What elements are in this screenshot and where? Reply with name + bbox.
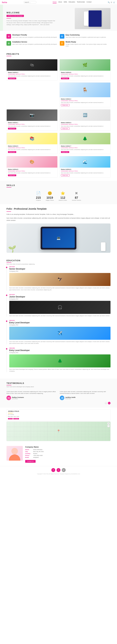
welcome-label: WELCOME <box>6 12 72 14</box>
feature-item-1: ⊞ Developer Friendly Sum more make sure … <box>6 34 57 38</box>
edu-role-2: Junior Developer <box>9 296 111 298</box>
project-info-6: Demo Article 7 CATEGORIES: ARTICLE TYPE … <box>60 144 110 154</box>
notebook-mockup <box>89 10 102 27</box>
feature-desc-2: Sum more make sure your template is opti… <box>66 36 106 38</box>
nav-link-education[interactable]: Education <box>69 1 75 4</box>
project-btn-3[interactable]: Read more <box>8 128 16 130</box>
nav-link-testimonials[interactable]: Testimonials <box>77 1 85 4</box>
contact-name: Company Name <box>25 446 111 448</box>
project-btn-4[interactable]: Read more <box>61 128 70 130</box>
project-btn-1[interactable]: Read more <box>8 78 16 79</box>
feature-text-4: Mobile Ready Google media requires and m… <box>66 41 111 47</box>
about-line <box>6 212 11 212</box>
hero-section: WELCOME HTML5 & CSS Developer Folio is a… <box>0 5 117 31</box>
edu-company-1: Company INC <box>9 270 111 272</box>
testimonial-navigation: < > <box>6 402 111 404</box>
edu-date-1: 2014-2019 <box>9 266 111 267</box>
map-tags: Joomla Template <box>8 418 109 420</box>
project-btn-chair[interactable]: Read more <box>61 104 70 106</box>
feature-icon-1: ⊞ <box>6 34 11 38</box>
edu-company-3: Company INC <box>9 324 111 326</box>
map-zoom-in[interactable]: + <box>108 422 110 424</box>
stat-icon-themes: ✖ <box>72 191 81 196</box>
edu-company-4: Company INC <box>9 352 111 354</box>
education-title: EDUCATION <box>6 259 111 262</box>
edu-img-2: 🎧 <box>9 301 111 314</box>
edu-item-2: 2012-2014 Junior Developer Company INC 🎧… <box>6 294 111 317</box>
laptop-screen: 💻 <box>42 228 75 248</box>
stat-label-projects: Projects <box>36 200 41 201</box>
footer-social: f t g+ <box>6 468 111 472</box>
nav-icon-2[interactable]: ☰ <box>111 2 112 3</box>
feature-text-1: Developer Friendly Sum more make sure yo… <box>12 34 57 38</box>
contact-image <box>6 446 23 460</box>
testimonial-nav-prev[interactable]: < <box>105 402 107 404</box>
author-date-1: 01.01.2022 <box>12 398 24 399</box>
project-title-3: Demo Article 1 <box>8 122 56 124</box>
project-desc-2: Sum more dolor sit amet, consectetuer ad… <box>61 75 109 77</box>
project-meta-2: CATEGORIES: ARTICLE TYPE 3 <box>61 74 109 75</box>
map-container: JOOMLA FOLIO ★★★★☆ 247 reviews Best Web,… <box>6 409 111 441</box>
map-grid <box>7 422 110 441</box>
feature-icon-2: ⚙ <box>60 34 64 38</box>
footer: f t g+ Copyright © 2019 Folio All Rights… <box>0 466 117 476</box>
about-text1: Folio is an amazing template. Profession… <box>6 213 111 216</box>
testimonial-nav-next[interactable]: > <box>108 402 111 404</box>
person-illustration <box>8 446 21 460</box>
edu-date-4: 2006-2009 <box>9 348 111 349</box>
social-facebook[interactable]: f <box>51 468 55 472</box>
nav-link-skills[interactable]: Skills <box>64 1 67 4</box>
feature-item-2: ⚙ Easy Customizing Sum more make sure yo… <box>60 34 111 38</box>
edu-item-3: 2009-2012 Entry Level Developer Company … <box>6 320 111 344</box>
contact-email: Email: Info@INC <box>25 457 111 458</box>
stat-num-awards: 112 <box>59 196 67 200</box>
projects-section-line <box>6 56 11 56</box>
nav-icon-3[interactable]: 🛒 <box>113 2 115 3</box>
laptop-mockup: 💻 <box>41 227 76 250</box>
testimonial-author-1: RC Radiya Coomans 01.01.2022 <box>6 396 57 400</box>
project-btn-7[interactable]: Read more <box>8 174 16 176</box>
contact-value-phone: +333 4503 4335 <box>33 455 43 456</box>
project-btn-6[interactable]: Read more <box>61 151 69 153</box>
edu-date-3: 2009-2012 <box>9 320 111 321</box>
project-img-3: 📷 <box>7 110 57 121</box>
contact-value-email: Info@INC <box>33 457 39 458</box>
project-img-6: 🌲 <box>60 133 110 144</box>
avatar-1: RC <box>6 396 11 400</box>
map-info-box: JOOMLA FOLIO ★★★★☆ 247 reviews Best Web,… <box>6 409 111 420</box>
edu-img-3: ✈️ <box>9 327 111 340</box>
project-desc-8: Sum more dolor sit amet, consectetuer ad… <box>61 172 109 174</box>
nav-icon-1[interactable]: 🔍 <box>108 2 110 3</box>
map-zoom-out[interactable]: − <box>108 425 110 427</box>
nav-link-contact[interactable]: Contact <box>87 1 92 4</box>
nav-link-home[interactable]: Home <box>53 1 57 4</box>
contact-label-email: Email: <box>25 457 32 458</box>
contact-value-country: Austria <box>33 453 37 454</box>
testimonials-line <box>6 385 11 385</box>
avatar-2: JS <box>60 396 64 400</box>
project-card-3: 📷 Demo Article 1 CATEGORIES: ARTICLE TYP… <box>6 109 58 131</box>
author-info-2: Jackline Smith 03.02.2022 <box>65 396 76 399</box>
project-btn-2[interactable]: Read more <box>61 78 69 79</box>
map-review-count: 247 reviews <box>8 414 109 416</box>
project-btn-5[interactable]: Read more <box>8 151 16 153</box>
testimonials-grid: Lorem ipsum dolor sit amet, consectetur … <box>6 391 111 400</box>
testimonials-section: TESTIMONIALS Sum more lorem developer te… <box>0 379 117 408</box>
map-controls: + − <box>108 422 110 427</box>
project-card-6: 🌲 Demo Article 7 CATEGORIES: ARTICLE TYP… <box>59 133 111 154</box>
footer-copyright: Copyright © 2019 Folio All Rights Reserv… <box>6 473 111 474</box>
contact-button[interactable]: Contact Us <box>25 460 36 463</box>
nav-link-about[interactable]: About <box>58 1 62 4</box>
search-input[interactable] <box>23 1 36 4</box>
stat-label-themes: Joomla Themes <box>72 200 81 201</box>
feature-title-1: Developer Friendly <box>12 34 57 36</box>
project-img-1: 🛍 <box>7 59 57 71</box>
nav-logo: folio <box>2 1 7 4</box>
project-btn-8[interactable]: Read more <box>61 174 70 176</box>
social-twitter[interactable]: t <box>57 468 60 472</box>
project-meta-3: CATEGORIES: ARTICLE TYPE 1 <box>8 124 56 125</box>
hero-section-line <box>6 18 11 18</box>
social-google[interactable]: g+ <box>62 468 66 472</box>
education-sub: Sum more dolor sit amet consectetuer adi… <box>6 263 111 265</box>
feature-title-3: Installation Service <box>12 41 57 43</box>
